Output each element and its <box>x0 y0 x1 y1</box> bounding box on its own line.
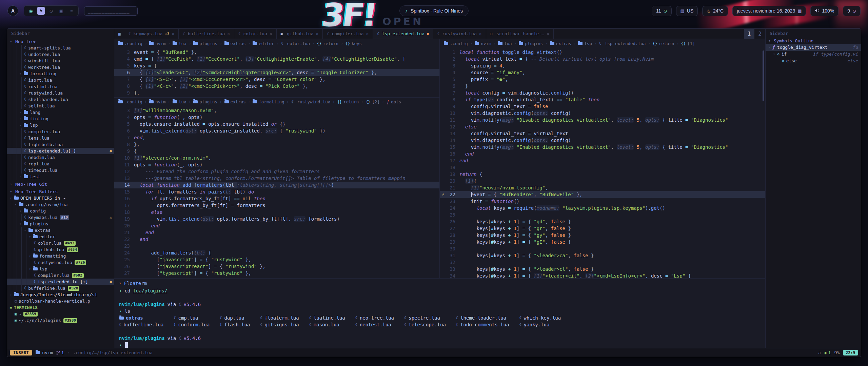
tree-item[interactable]: ☾color.lua#493 <box>7 240 114 246</box>
code-line[interactable]: 10 vim.diagnostic.config(opts: config) <box>440 110 765 117</box>
tab-color-lua[interactable]: ☾color.lua× <box>234 29 277 39</box>
breadcrumb-segment[interactable]: plugins <box>519 41 543 46</box>
tree-item[interactable]: ☾timeout.lua <box>7 167 114 174</box>
tab-lsp-extended-lua[interactable]: ☾lsp-extended.lua● <box>373 29 433 39</box>
tab-page-1[interactable]: 1 <box>744 29 755 39</box>
code-line[interactable]: 18 <box>440 164 765 171</box>
ls-entry[interactable]: ☾which-key.lua <box>519 314 561 321</box>
tree-item[interactable]: ☾lens.lua <box>7 135 114 141</box>
code-line[interactable]: 6 } <box>440 83 765 89</box>
ls-entry[interactable]: ☾telescope.lua <box>404 321 446 328</box>
ls-entry[interactable]: ☾gitsigns.lua <box>260 321 299 328</box>
breadcrumb-segment[interactable]: .config <box>444 41 468 46</box>
code-line[interactable]: 3event = { "BufRead" }, <box>114 49 439 56</box>
workspace-button-1[interactable]: ◉ <box>27 7 35 15</box>
code-line[interactable]: 1local function toggle_diag_virtext() <box>440 49 765 56</box>
code-line[interactable]: 27 keys[#keys + 1] = { "gr", false } <box>440 225 765 232</box>
project-indicator[interactable]: nvim <box>36 350 53 355</box>
ls-entry[interactable]: ☾flash.lua <box>220 321 250 328</box>
code-editor-lsp-extended-lua[interactable]: 1local function toggle_diag_virtext()2 l… <box>440 48 765 278</box>
breadcrumb-segment[interactable]: extras <box>224 99 246 104</box>
code-line[interactable]: 32 <box>440 259 765 266</box>
panel-toggle-icon[interactable]: ▦ <box>114 29 124 39</box>
tree-item[interactable]: ☾lsp-extended.lu[+]● <box>7 148 114 154</box>
symbol-item[interactable]: ▾ƒtoggle_diag_virtextfu <box>766 44 861 51</box>
code-line[interactable]: 14 vim.diagnostic.config(opts: config) <box>440 137 765 144</box>
tree-item[interactable]: ▾editor <box>7 233 114 240</box>
tree-item[interactable]: ☾github.lua#654 <box>7 246 114 253</box>
workspace-button-2[interactable]: ⚑ <box>37 7 45 15</box>
temperature-pill[interactable]: ♨ 24°C <box>702 6 728 16</box>
code-line[interactable]: 30 <box>440 245 765 252</box>
code-line[interactable]: 16 end <box>440 150 765 157</box>
breadcrumb-segment[interactable]: plugins <box>193 99 217 104</box>
ls-entry[interactable]: ☾cmp.lua <box>174 314 210 321</box>
ls-entry[interactable]: ☾neo-tree.lua <box>355 314 394 321</box>
breadcrumb-segment[interactable]: formatting <box>253 99 284 104</box>
scrollbar-handle[interactable] <box>763 50 764 101</box>
section-header[interactable]: ›Neo-Tree Git <box>7 181 114 187</box>
code-line[interactable]: 23 <box>114 243 439 249</box>
breadcrumb-segment[interactable]: editor <box>253 41 274 46</box>
code-line[interactable]: 3[1]"williamboman/mason.nvim", <box>114 107 439 114</box>
ls-entry[interactable]: ☾theme-loader.lua <box>456 314 509 321</box>
topbar-input[interactable]: _______________ <box>84 6 138 16</box>
code-line[interactable]: 31 keys[#keys + 1] = { "<leader>ca", fal… <box>440 252 765 259</box>
code-line[interactable]: 25 <box>440 211 765 218</box>
breadcrumb-segment[interactable]: lua <box>498 41 512 46</box>
tree-item[interactable]: ☾undotree.lua <box>7 51 114 58</box>
tree-item[interactable]: ▾plugins <box>7 221 114 227</box>
ls-entry[interactable]: ☾spectre.lua <box>404 314 446 321</box>
code-line[interactable]: 29 keys[#keys + 1] = { "gI", false } <box>440 239 765 245</box>
tree-item[interactable]: ☾shellharden.lua <box>7 96 114 103</box>
section-header[interactable]: ▾Neo-Tree Buffers <box>7 188 114 195</box>
close-icon[interactable]: × <box>479 31 482 36</box>
tab-github-lua[interactable]: ◉github.lua× <box>277 29 323 39</box>
breadcrumb-segment[interactable]: .config <box>118 41 142 46</box>
breadcrumb-segment[interactable]: lsp <box>578 41 592 46</box>
code-line[interactable]: 28 keys[#keys + 1] = { "gy", false } <box>440 232 765 239</box>
ls-entry[interactable]: ☾bufferline.lua <box>119 321 163 328</box>
code-line[interactable]: 24 local keys = require(modname: "lazyvi… <box>440 205 765 211</box>
tree-item[interactable]: ☾neodim.lua <box>7 154 114 161</box>
code-line[interactable]: 23 init = function() <box>440 198 765 205</box>
code-line[interactable]: 19return { <box>440 171 765 178</box>
tree-item[interactable]: ☾rustywind.lua#726 <box>7 259 114 266</box>
breadcrumb-segment[interactable]: {}return <box>653 41 674 46</box>
git-branch[interactable]: 1 <box>56 350 64 355</box>
ls-entry[interactable]: ☾lualine.lua <box>309 314 345 321</box>
tree-item[interactable]: ▾lsp <box>7 266 114 272</box>
close-icon[interactable]: × <box>366 31 369 36</box>
tree-item[interactable]: ☾rustywind.lua <box>7 90 114 96</box>
tab-page-2[interactable]: 2 <box>754 29 765 39</box>
ls-entry[interactable]: ☾mason.lua <box>309 321 345 328</box>
section-header[interactable]: ▾Neo-Tree <box>7 38 114 45</box>
code-line[interactable]: 27 ["typescript"] = { "rustywind" }, <box>114 270 439 277</box>
code-line[interactable]: ⚡22 event = { "BufReadPre", "BufNewFile"… <box>440 191 765 198</box>
tree-item[interactable]: ▣TERMINALS <box>7 304 114 311</box>
code-line[interactable]: 20 [1]{ <box>440 178 765 184</box>
ls-entry[interactable]: extras <box>119 314 163 321</box>
code-line[interactable]: 9}, <box>114 89 439 96</box>
code-line[interactable]: 15 for ft, formatters in pairs(t: tbl) d… <box>114 188 439 195</box>
code-line[interactable]: 34 keys[#keys + 1] = { [1]"<leader>cil",… <box>440 272 765 278</box>
ls-entry[interactable]: ☾neotest.lua <box>355 321 394 328</box>
tree-item[interactable]: ▣~#2859 <box>7 311 114 317</box>
date-pill[interactable]: jueves, noviembre 16, 2023 ▦ <box>732 6 806 16</box>
code-line[interactable]: 7end, <box>114 134 439 141</box>
close-icon[interactable]: × <box>547 31 549 36</box>
breadcrumb-segment[interactable]: {}keys <box>346 41 362 46</box>
code-line[interactable]: 11 vim.notify(msg: "Disable diagnostics … <box>440 117 765 123</box>
breadcrumb-segment[interactable]: extras <box>550 41 571 46</box>
code-line[interactable]: 19 vim.list_extend(dst: opts.formatters_… <box>114 216 439 222</box>
tree-item[interactable]: ▾formatting <box>7 253 114 259</box>
code-line[interactable]: 20 end <box>114 222 439 229</box>
code-line[interactable]: 3 spacing = 4, <box>440 62 765 69</box>
breadcrumb-segment[interactable]: nvim <box>475 41 491 46</box>
code-line[interactable]: 5 prefix = "●", <box>440 76 765 83</box>
tab-keymaps-lua[interactable]: ☾keymaps.lua⚠3× <box>124 29 179 39</box>
code-line[interactable]: 21 end <box>114 229 439 236</box>
tree-item[interactable]: ▢scrollbar-handle-vertical.p <box>7 298 114 304</box>
ls-entry[interactable]: ☾floaterm.lua <box>260 314 299 321</box>
breadcrumb-segment[interactable]: extras <box>224 41 246 46</box>
